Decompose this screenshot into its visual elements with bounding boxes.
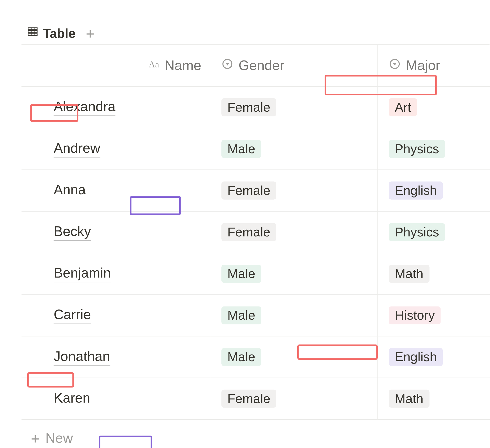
select-icon — [221, 58, 233, 73]
cell-name[interactable]: Becky — [22, 211, 210, 253]
cell-major[interactable]: Math — [378, 253, 490, 295]
select-icon — [389, 58, 401, 73]
plus-icon: + — [31, 431, 39, 446]
cell-name[interactable]: Alexandra — [22, 87, 210, 128]
notion-database: Table + Aa Name Gender Major Enrollment … — [0, 0, 490, 448]
cell-major[interactable]: Math — [378, 378, 490, 420]
col-header-gender[interactable]: Gender — [210, 45, 378, 87]
view-tab-label: Table — [43, 26, 76, 41]
cell-gender[interactable]: Female — [210, 378, 378, 420]
table-row[interactable]: AnnaFemaleEnglishJuly 14, 2022anna@gmail… — [22, 170, 490, 211]
table-row[interactable]: JonathanMaleEnglishOctober 10, 2023jonat… — [22, 336, 490, 378]
cell-major[interactable]: English — [378, 170, 490, 211]
table-row[interactable]: AndrewMalePhysicsSeptember 11, 2024andre… — [22, 128, 490, 170]
cell-gender[interactable]: Female — [210, 170, 378, 211]
view-tab-table[interactable]: Table — [26, 26, 76, 41]
cell-name[interactable]: Karen — [22, 378, 210, 420]
cell-major[interactable]: English — [378, 336, 490, 378]
cell-major[interactable]: History — [378, 295, 490, 336]
cell-major[interactable]: Art — [378, 87, 490, 128]
cell-gender[interactable]: Male — [210, 128, 378, 170]
cell-major[interactable]: Physics — [378, 128, 490, 170]
cell-name[interactable]: Jonathan — [22, 336, 210, 378]
col-header-major[interactable]: Major — [378, 45, 490, 87]
add-view-button[interactable]: + — [86, 26, 94, 41]
cell-gender[interactable]: Female — [210, 87, 378, 128]
table-row[interactable]: AlexandraFemaleArtSeptember 10, 2023alex… — [22, 87, 490, 128]
svg-text:Aa: Aa — [149, 59, 159, 69]
table-row[interactable]: CarrieMaleHistoryFebruary 14, 2024carrie… — [22, 295, 490, 336]
cell-major[interactable]: Physics — [378, 211, 490, 253]
table-row[interactable]: KarenFemaleMathDecember 21, 2023karen@gm… — [22, 378, 490, 420]
table-icon — [26, 26, 38, 41]
cell-name[interactable]: Andrew — [22, 128, 210, 170]
table-header-row: Aa Name Gender Major Enrollment Date @ E… — [22, 45, 490, 87]
title-icon: Aa — [148, 58, 159, 73]
cell-gender[interactable]: Male — [210, 336, 378, 378]
table-row[interactable]: BenjaminMaleMathMay 21, 2024benjamin@gma… — [22, 253, 490, 295]
col-header-name[interactable]: Aa Name — [22, 45, 210, 87]
cell-name[interactable]: Benjamin — [22, 253, 210, 295]
cell-name[interactable]: Anna — [22, 170, 210, 211]
table-row[interactable]: BeckyFemalePhysicsMay 23, 2024becky@gmai… — [22, 211, 490, 253]
cell-gender[interactable]: Male — [210, 295, 378, 336]
cell-name[interactable]: Carrie — [22, 295, 210, 336]
new-row-button[interactable]: + New — [22, 420, 490, 448]
cell-gender[interactable]: Female — [210, 211, 378, 253]
cell-gender[interactable]: Male — [210, 253, 378, 295]
